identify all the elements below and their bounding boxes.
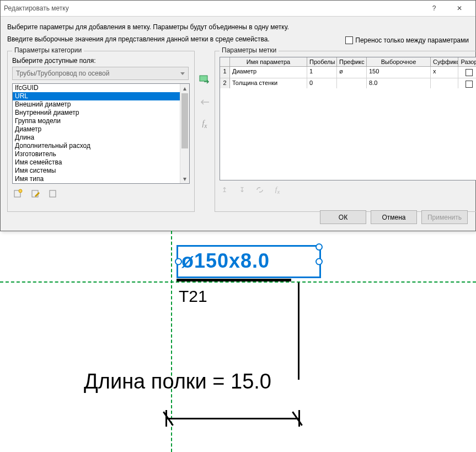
formula-button[interactable]: fx: [198, 118, 211, 130]
column-header[interactable]: Разор: [458, 57, 476, 67]
tag-leader-line: [177, 279, 291, 281]
svg-rect-4: [200, 76, 207, 81]
scroll-thumb[interactable]: [181, 93, 188, 148]
edit-param-button[interactable]: [31, 188, 41, 198]
remove-parameter-button[interactable]: [198, 96, 211, 108]
ok-button[interactable]: ОК: [320, 210, 366, 224]
column-header[interactable]: Пробелы: [307, 57, 337, 67]
fx-icon: fx: [202, 119, 207, 130]
resize-handle-topright[interactable]: [315, 243, 323, 251]
category-parameters-group: Параметры категории Выберите доступные п…: [7, 51, 195, 212]
shelf-length-label: Длина полки = 15.0: [84, 370, 271, 393]
new-shared-param-button[interactable]: [49, 188, 58, 198]
new-param-button[interactable]: [13, 188, 23, 198]
cell-spaces[interactable]: 1: [307, 67, 337, 78]
parameters-listbox[interactable]: IfcGUIDURLВнешний диаметрВнутренний диам…: [12, 83, 190, 184]
tag-text: ø150x8.0: [178, 247, 319, 275]
help-button[interactable]: ?: [421, 1, 447, 16]
list-item[interactable]: IfcGUID: [13, 84, 180, 92]
pipe-system-label: T21: [179, 287, 207, 306]
column-header[interactable]: Префикс: [337, 57, 367, 67]
category-combobox-value: Трубы/Трубопровод по осевой: [16, 70, 109, 77]
label-parameters-table[interactable]: Имя параметраПробелыПрефиксВыборочноеСуф…: [220, 57, 476, 180]
window-title: Редактировать метку: [4, 4, 421, 12]
move-down-button[interactable]: ↧: [237, 185, 247, 195]
transfer-buttons: fx: [198, 51, 211, 212]
list-item[interactable]: Диаметр: [13, 125, 180, 134]
scroll-up-icon[interactable]: ▴: [180, 84, 189, 93]
checkbox-icon: [345, 36, 353, 44]
label-parameters-legend: Параметры метки: [220, 46, 279, 54]
cell-sample[interactable]: 150: [367, 67, 431, 78]
checkbox-icon: [466, 81, 473, 88]
formula-button-2[interactable]: fx: [272, 185, 282, 195]
scroll-down-icon[interactable]: ▾: [180, 174, 189, 183]
checkbox-icon: [466, 69, 473, 76]
reference-plane-horizontal: [0, 281, 476, 283]
column-header[interactable]: Имя параметра: [230, 57, 307, 67]
list-item[interactable]: Внутренний диаметр: [13, 109, 180, 117]
list-item[interactable]: Внешний диаметр: [13, 100, 180, 109]
title-bar[interactable]: Редактировать метку ? ✕: [1, 1, 475, 17]
close-button[interactable]: ✕: [447, 1, 472, 16]
pipe-segment: [298, 283, 299, 380]
list-item[interactable]: Имя системы: [13, 167, 180, 175]
instruction-2: Введите выборочные значения для представ…: [7, 35, 270, 43]
move-up-button[interactable]: ↥: [220, 185, 229, 195]
cell-prefix[interactable]: ø: [337, 67, 367, 78]
link-param-button[interactable]: [255, 185, 265, 195]
wrap-checkbox-label: Перенос только между параметрами: [355, 36, 469, 44]
available-fields-label: Выберите доступные поля:: [12, 57, 190, 65]
apply-button[interactable]: Применить: [421, 210, 468, 224]
wrap-between-params-checkbox[interactable]: Перенос только между параметрами: [345, 36, 469, 44]
list-item[interactable]: Группа модели: [13, 117, 180, 125]
svg-rect-3: [50, 190, 56, 197]
resize-handle-left[interactable]: [175, 258, 182, 265]
column-header[interactable]: [220, 57, 230, 67]
list-item[interactable]: URL: [13, 92, 180, 100]
list-item[interactable]: Имя семейства: [13, 158, 180, 167]
column-header[interactable]: Выборочное: [367, 57, 431, 67]
cell-suffix[interactable]: x: [431, 67, 458, 78]
label-parameters-group: Параметры метки Имя параметраПробелыПреф…: [215, 51, 476, 212]
row-number: 1: [220, 67, 230, 78]
selected-tag[interactable]: ø150x8.0: [177, 245, 321, 278]
list-item[interactable]: Изготовитель: [13, 150, 180, 158]
edit-label-dialog: Редактировать метку ? ✕ Выберите парамет…: [0, 0, 476, 231]
svg-point-1: [19, 189, 22, 193]
instruction-1: Выберите параметры для добавления в метк…: [7, 23, 469, 31]
category-combobox[interactable]: Трубы/Трубопровод по осевой: [12, 67, 189, 80]
cancel-button[interactable]: Отмена: [371, 210, 417, 224]
list-item[interactable]: Длина: [13, 134, 180, 142]
column-header[interactable]: Суффикс: [431, 57, 458, 67]
cell-param-name[interactable]: Диаметр: [230, 67, 307, 78]
resize-handle-right[interactable]: [315, 258, 323, 265]
category-parameters-legend: Параметры категории: [12, 46, 84, 54]
list-item[interactable]: Имя типа: [13, 175, 180, 183]
canvas-preview: ø150x8.0 T21 Длина полки = 15.0: [0, 231, 476, 452]
chevron-down-icon: [180, 72, 185, 75]
list-item[interactable]: Дополнительный расход: [13, 142, 180, 150]
cell-break[interactable]: [458, 67, 476, 78]
add-parameter-button[interactable]: [198, 74, 211, 86]
listbox-scrollbar[interactable]: ▴ ▾: [180, 84, 189, 183]
